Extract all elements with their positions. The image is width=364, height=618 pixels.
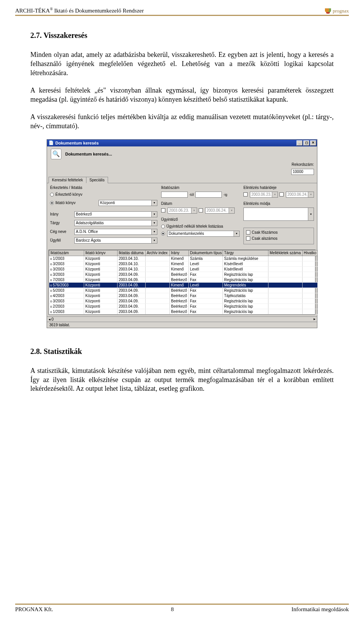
product-subtitle: Iktató és Dokumentumkezelő Rendszer bbox=[54, 8, 144, 14]
tab-specialis[interactable]: Speciális bbox=[86, 177, 108, 183]
tol-label: -tól bbox=[189, 193, 194, 197]
radio-erkezteto-label: Érkeztető könyv bbox=[55, 192, 82, 197]
table-row[interactable]: 0 3/2003Központi2003.04.09.BeérkezőFaxRe… bbox=[49, 272, 318, 277]
radio-ugy-van[interactable] bbox=[161, 232, 165, 236]
elintezes-modja-combo[interactable] bbox=[243, 208, 314, 221]
rekordszam-label: Rekordszám: bbox=[292, 162, 314, 167]
reg-mark: ® bbox=[50, 7, 53, 11]
column-header[interactable]: Irány bbox=[170, 250, 189, 256]
check-alszamos-label: Csak alszámos bbox=[252, 236, 278, 241]
ceg-combo[interactable]: A.D.N. Office bbox=[74, 229, 157, 235]
elintezes-hatarido-label: Elintézés határideje bbox=[243, 186, 314, 190]
eh-tol-combo[interactable]: 2003.06.23. bbox=[250, 192, 278, 198]
iktatokonyv-combo[interactable]: Központi bbox=[99, 200, 157, 206]
eh-ig-check[interactable] bbox=[279, 192, 284, 197]
targy-combo[interactable]: Adatszolgáltatás bbox=[74, 220, 157, 226]
tab-keresesi-feltetelek[interactable]: Keresési feltételek bbox=[49, 177, 86, 183]
datum-tol-combo[interactable]: 2003.06.23. bbox=[168, 208, 197, 214]
tab-strip: Keresési feltételek Speciális bbox=[47, 176, 317, 183]
targy-label: Tárgy bbox=[50, 221, 72, 225]
group-erkeztetes-label: Érkeztetés / Iktatás bbox=[50, 186, 157, 190]
table-row[interactable]: 0 1/2003Központi2003.04.10.KimenőSzámlaS… bbox=[49, 256, 318, 261]
table-row[interactable]: 0 2/2003Központi2003.04.09.BeérkezőFaxRe… bbox=[49, 303, 318, 309]
iktatoszam-tol-input[interactable] bbox=[161, 192, 188, 198]
ig-label: -ig bbox=[223, 193, 227, 197]
panel-heading: 🔍 Dokumentum keresés... bbox=[47, 146, 317, 162]
footer-page: 8 bbox=[171, 606, 174, 613]
footer-left: PROGNAX Kft. bbox=[15, 606, 53, 613]
column-header[interactable]: Iktatás dátuma bbox=[118, 250, 146, 256]
table-row[interactable]: 0 576/2003Központi2003.04.09.KimenőLevél… bbox=[49, 282, 318, 288]
column-header[interactable]: Archív index bbox=[146, 250, 170, 256]
check-foszamos-label: Csak főszámos bbox=[252, 230, 278, 234]
table-row[interactable]: 0 3/2003Központi2003.04.10.KimenőLevélKí… bbox=[49, 261, 318, 266]
datum-ig-check[interactable] bbox=[199, 208, 203, 212]
status-bar: 3619 találat. bbox=[47, 322, 317, 328]
radio-ugy-nelkul[interactable] bbox=[161, 225, 165, 228]
page-header: ARCHI-TÉKA® Iktató és Dokumentumkezelő R… bbox=[15, 7, 349, 16]
table-row[interactable]: 0 1/2003Központi2003.04.09.BeérkezőFaxRe… bbox=[49, 309, 318, 314]
table-row[interactable]: 0 3/2003Központi2003.04.09.BeérkezőFaxRe… bbox=[49, 298, 318, 303]
check-alszamos[interactable] bbox=[246, 236, 250, 241]
panel-heading-text: Dokumentum keresés... bbox=[65, 152, 112, 156]
table-row[interactable]: 0 3/2003Központi2003.04.10.KimenőLevélKí… bbox=[49, 266, 318, 272]
check-foszamos[interactable] bbox=[246, 230, 250, 234]
irany-combo[interactable]: Beérkező bbox=[74, 211, 157, 217]
iktatoszam-label: Iktatószám bbox=[161, 186, 240, 190]
ugyfel-label: Ügyfél bbox=[50, 238, 72, 242]
app-screenshot: 📄 Dokumentum keresés _ ◻ ✕ 🔍 Dokumentum … bbox=[47, 139, 317, 328]
column-header[interactable]: Mellékletek száma bbox=[268, 250, 303, 256]
window-titlebar[interactable]: 📄 Dokumentum keresés _ ◻ ✕ bbox=[47, 140, 317, 146]
titlebar-doc-icon: 📄 bbox=[49, 140, 54, 145]
eh-tol-check[interactable] bbox=[243, 192, 248, 197]
table-row[interactable]: 0 5/2003Központi2003.04.09.BeérkezőFaxRe… bbox=[49, 288, 318, 293]
column-header[interactable]: Dokumentum típus bbox=[189, 250, 223, 256]
radio-erkezteto[interactable] bbox=[50, 193, 54, 197]
paragraph-3: A visszakeresési funkció teljes mértékbe… bbox=[30, 113, 334, 131]
maximize-button[interactable]: ◻ bbox=[303, 140, 309, 146]
ugyintezo-combo[interactable]: Dokumentumkezelés bbox=[167, 231, 240, 237]
paragraph-1: Minden olyan adat, amely az adatbázisba … bbox=[30, 50, 334, 78]
page-footer: PROGNAX Kft. 8 Informatikai megoldások bbox=[15, 604, 349, 613]
column-header[interactable]: Tárgy bbox=[223, 250, 268, 256]
footer-right: Informatikai megoldások bbox=[292, 606, 349, 613]
ugyfel-combo[interactable]: Bardocz Ágota bbox=[74, 237, 157, 244]
brand-logo: prognax bbox=[325, 8, 349, 14]
section-2-8-heading: 2.8. Statisztikák bbox=[30, 347, 334, 356]
irany-label: Irány bbox=[50, 212, 72, 216]
elintezes-modja-label: Elintézés módja bbox=[243, 201, 314, 206]
results-table[interactable]: IktatószámIktató könyvIktatás dátumaArch… bbox=[49, 250, 318, 315]
eh-ig-combo[interactable]: 2003.06.24. bbox=[286, 192, 314, 198]
ceg-label: Cég neve bbox=[50, 230, 72, 234]
paragraph-2: A keresési feltételek „és" viszonyban ál… bbox=[30, 86, 334, 104]
paragraph-4: A statisztikák, kimutatások készítése va… bbox=[30, 366, 334, 394]
close-button[interactable]: ✕ bbox=[310, 140, 316, 146]
radio-iktato[interactable] bbox=[50, 201, 54, 205]
datum-tol-check[interactable] bbox=[161, 208, 165, 212]
table-row[interactable]: 0 7/2003Központi2003.04.09.BeérkezőFaxRe… bbox=[49, 277, 318, 282]
scroll-left-cell[interactable]: ◂ 0 bbox=[47, 317, 312, 322]
section-2-7-heading: 2.7. Visszakeresés bbox=[30, 31, 334, 40]
table-row[interactable]: 0 4/2003Központi2003.04.09.BeérkezőFaxTá… bbox=[49, 293, 318, 298]
datum-ig-combo[interactable]: 2003.06.24. bbox=[205, 208, 235, 214]
brand-logo-icon bbox=[325, 8, 331, 14]
brand-name: prognax bbox=[333, 8, 349, 14]
iktatoszam-ig-input[interactable] bbox=[195, 192, 222, 198]
rekordszam-input[interactable] bbox=[291, 169, 314, 175]
radio-iktato-label: Iktató könyv bbox=[55, 201, 75, 205]
header-product: ARCHI-TÉKA® Iktató és Dokumentumkezelő R… bbox=[15, 7, 144, 14]
ugyintezo-label: Ügyintéző bbox=[161, 217, 240, 222]
scroll-right-btn[interactable]: ▸ bbox=[312, 317, 317, 322]
search-icon: 🔍 bbox=[51, 149, 61, 159]
minimize-button[interactable]: _ bbox=[297, 140, 303, 146]
status-text: 3619 találat. bbox=[49, 323, 70, 327]
window-title: Dokumentum keresés bbox=[55, 141, 99, 145]
datum-label: Dátum bbox=[161, 201, 240, 206]
ugy-nelkul-label: Ügyintéző nélküli tételek listázása bbox=[166, 224, 223, 228]
column-header[interactable]: Iktatószám bbox=[49, 250, 84, 256]
column-header[interactable]: Hivatko bbox=[303, 250, 318, 256]
product-name: ARCHI-TÉKA bbox=[15, 8, 50, 14]
column-header[interactable]: Iktató könyv bbox=[84, 250, 118, 256]
